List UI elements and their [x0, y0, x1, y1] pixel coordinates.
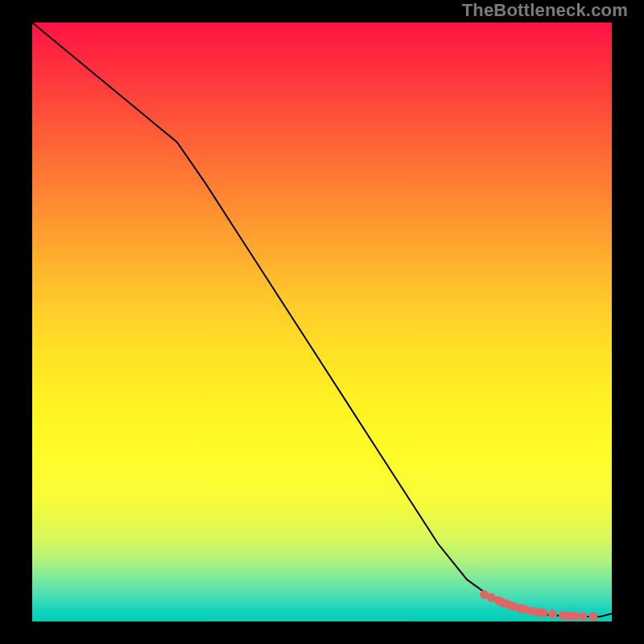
bottleneck-curve: [32, 23, 612, 617]
curve-marker: [548, 610, 557, 619]
curve-marker: [588, 613, 597, 621]
chart-frame: TheBottleneck.com: [0, 0, 644, 644]
curve-marker: [539, 609, 548, 617]
curve-marker: [570, 612, 579, 621]
plot-area: [32, 23, 612, 621]
curve-marker: [579, 612, 588, 621]
curve-markers: [480, 590, 597, 621]
watermark-text: TheBottleneck.com: [462, 0, 628, 21]
chart-overlay: [32, 23, 612, 621]
